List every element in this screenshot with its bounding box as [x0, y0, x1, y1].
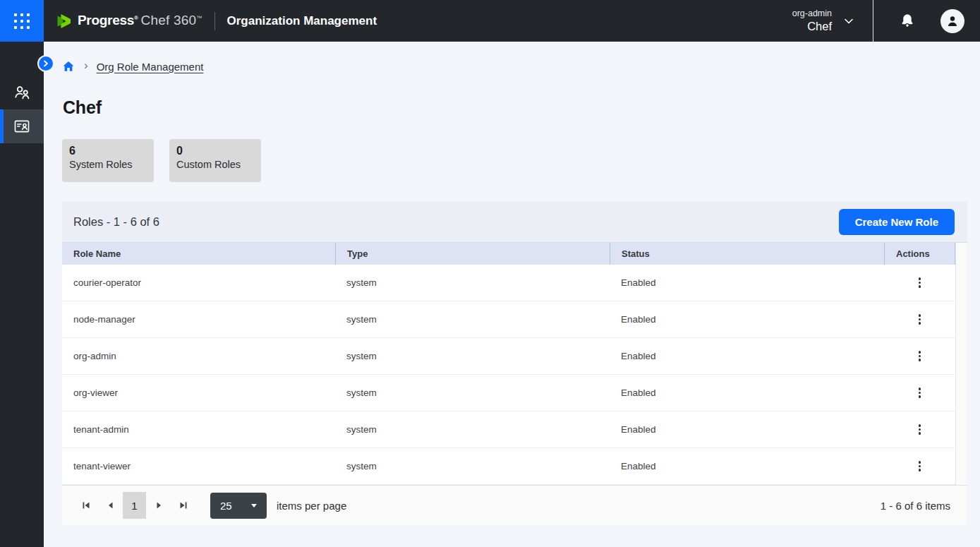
role-status-cell: Enabled — [610, 461, 884, 471]
next-page-button[interactable] — [146, 493, 171, 517]
column-header-type[interactable]: Type — [335, 243, 610, 265]
role-type-cell: system — [335, 424, 610, 435]
role-name-cell: org-admin — [62, 351, 335, 361]
home-icon — [62, 60, 75, 73]
expand-sidebar-button[interactable] — [39, 56, 53, 71]
table-row: node-manager system Enabled — [62, 301, 955, 338]
role-status-cell: Enabled — [610, 277, 884, 288]
items-per-page-label: items per page — [277, 500, 346, 512]
table-row: org-admin system Enabled — [62, 338, 955, 375]
page-title: Chef — [63, 97, 980, 118]
brand-logo: Progress® Chef 360™ — [56, 13, 202, 30]
notifications-button[interactable] — [890, 0, 924, 42]
column-header-actions: Actions — [884, 243, 955, 265]
brand-suffix: Chef 360™ — [141, 13, 202, 28]
app-title: Organization Management — [227, 14, 377, 28]
sidebar-item-roles[interactable] — [0, 109, 44, 143]
column-header-role-name[interactable]: Role Name — [62, 243, 335, 265]
role-status-cell: Enabled — [610, 351, 884, 361]
table-row: courier-operator system Enabled — [62, 265, 955, 301]
page-size-select[interactable]: 25 — [210, 493, 267, 519]
brand-divider — [214, 12, 215, 30]
create-new-role-button[interactable]: Create New Role — [839, 209, 955, 235]
app-launcher-icon — [14, 13, 30, 29]
user-icon — [945, 14, 960, 28]
row-actions-menu-button[interactable] — [910, 273, 930, 293]
row-actions-menu-button[interactable] — [910, 383, 930, 403]
first-page-icon — [81, 500, 91, 510]
brand-name: Progress® — [78, 13, 138, 28]
topbar-divider — [873, 0, 873, 42]
grid-header-row: Role Name Type Status Actions — [62, 243, 955, 265]
main-content: › Org Role Management Chef 6 System Role… — [44, 42, 980, 525]
breadcrumb-home-link[interactable] — [62, 60, 75, 73]
role-card-icon — [13, 117, 31, 136]
last-page-button[interactable] — [171, 493, 195, 517]
previous-page-button[interactable] — [98, 493, 123, 517]
table-row: tenant-viewer system Enabled — [62, 448, 955, 485]
bell-icon — [899, 13, 916, 30]
breadcrumb-link[interactable]: Org Role Management — [97, 61, 204, 73]
row-actions-menu-button[interactable] — [910, 420, 930, 440]
role-name-cell: courier-operator — [62, 277, 335, 288]
org-switcher[interactable]: org-admin Chef — [792, 8, 854, 35]
last-page-icon — [179, 500, 188, 510]
caret-down-icon — [250, 501, 258, 510]
page-number-button[interactable]: 1 — [123, 492, 146, 519]
role-status-cell: Enabled — [610, 424, 884, 435]
chevron-right-icon — [42, 60, 49, 67]
role-type-cell: system — [335, 351, 610, 361]
stat-card-system-roles[interactable]: 6 System Roles — [62, 139, 154, 182]
progress-logo-icon — [56, 13, 73, 30]
grid-title: Roles - 1 - 6 of 6 — [73, 215, 159, 229]
grid-toolbar: Roles - 1 - 6 of 6 Create New Role — [62, 201, 967, 243]
role-type-cell: system — [335, 314, 610, 325]
role-name-cell: node-manager — [62, 314, 335, 325]
org-name-label: Chef — [792, 19, 832, 34]
row-actions-menu-button[interactable] — [910, 310, 930, 330]
custom-roles-count: 0 — [176, 145, 254, 157]
grid-scrollbar-gutter[interactable] — [955, 243, 967, 485]
page-size-value: 25 — [220, 500, 232, 512]
role-status-cell: Enabled — [610, 314, 884, 325]
sidebar — [0, 42, 44, 547]
role-name-cell: tenant-viewer — [62, 461, 335, 471]
role-name-cell: org-viewer — [62, 387, 335, 398]
next-page-icon — [155, 501, 163, 510]
pagination-bar: 1 25 items per page 1 - 6 of 6 items — [62, 485, 967, 525]
chevron-down-icon — [843, 16, 854, 27]
user-avatar-button[interactable] — [940, 9, 964, 33]
row-actions-menu-button[interactable] — [910, 347, 930, 366]
role-type-cell: system — [335, 387, 610, 398]
role-name-cell: tenant-admin — [62, 424, 335, 435]
stats-row: 6 System Roles 0 Custom Roles — [62, 139, 980, 182]
system-roles-count: 6 — [69, 145, 147, 157]
users-icon — [13, 83, 32, 102]
org-role-label: org-admin — [792, 8, 832, 19]
stat-card-custom-roles[interactable]: 0 Custom Roles — [169, 139, 261, 182]
previous-page-icon — [107, 501, 115, 510]
table-row: tenant-admin system Enabled — [62, 411, 955, 448]
custom-roles-label: Custom Roles — [176, 159, 254, 170]
table-row: org-viewer system Enabled — [62, 375, 955, 411]
role-type-cell: system — [335, 277, 610, 288]
column-header-status[interactable]: Status — [610, 243, 884, 265]
role-type-cell: system — [335, 461, 610, 471]
breadcrumb-separator-icon: › — [84, 59, 88, 73]
app-launcher-button[interactable] — [0, 0, 44, 42]
system-roles-label: System Roles — [69, 159, 147, 170]
sidebar-item-users[interactable] — [0, 76, 44, 109]
breadcrumb: › Org Role Management — [62, 59, 980, 73]
roles-grid: Roles - 1 - 6 of 6 Create New Role Role … — [62, 201, 967, 525]
role-status-cell: Enabled — [610, 387, 884, 398]
page-range-label: 1 - 6 of 6 items — [881, 500, 950, 512]
top-bar: Progress® Chef 360™ Organization Managem… — [0, 0, 980, 42]
first-page-button[interactable] — [73, 493, 98, 517]
row-actions-menu-button[interactable] — [910, 457, 930, 476]
